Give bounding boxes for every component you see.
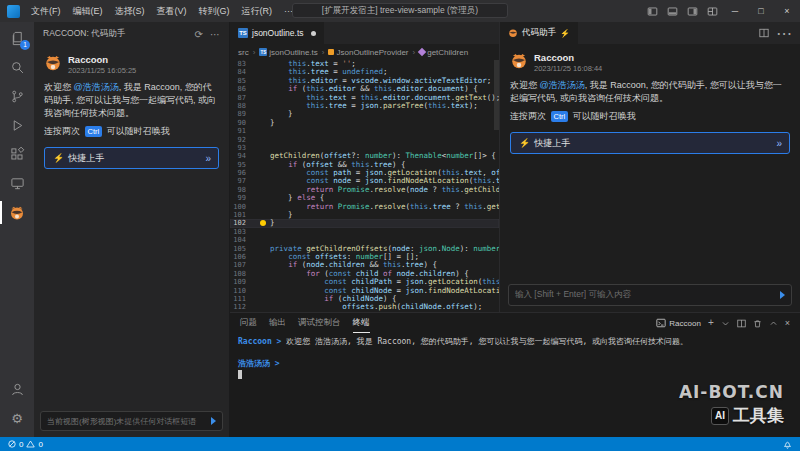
code-line-94[interactable]: 94 getChildren(offset?: number): Thenabl… xyxy=(230,152,499,160)
code-token xyxy=(252,245,270,253)
breadcrumb-item[interactable]: JsonOutlineProvider xyxy=(328,48,408,57)
breadcrumb-item[interactable]: TSjsonOutline.ts xyxy=(259,48,317,57)
code-line-105[interactable]: 105 private getChildrenOffsets(node: jso… xyxy=(230,245,499,253)
close-button[interactable]: × xyxy=(774,0,800,22)
search-icon[interactable] xyxy=(0,53,34,82)
menu-edit[interactable]: 编辑(E) xyxy=(67,0,109,22)
refresh-icon[interactable]: ⟳ xyxy=(195,29,203,40)
source-control-icon[interactable] xyxy=(0,82,34,111)
maximize-panel-icon[interactable] xyxy=(769,319,778,328)
code-token: offset xyxy=(306,161,333,169)
quick-start-button[interactable]: ⚡快捷上手 » xyxy=(510,132,790,154)
code-line-108[interactable]: 108 for (const child of node.children) { xyxy=(230,270,499,278)
status-bar: 0 0 xyxy=(0,437,800,451)
menu-view[interactable]: 查看(V) xyxy=(151,0,193,22)
code-line-112[interactable]: 112 offsets.push(childNode.offset); xyxy=(230,303,499,311)
code-line-110[interactable]: 110 const childNode = json.findNodeAtLoc… xyxy=(230,287,499,295)
toggle-secondary-sidebar-icon[interactable] xyxy=(682,0,702,22)
code-line-103[interactable]: 103 xyxy=(230,228,499,236)
code-line-104[interactable]: 104 xyxy=(230,236,499,244)
tab-assistant[interactable]: 代码助手 ⚡ xyxy=(500,22,579,44)
sidebar-chat-input[interactable]: 当前视图(树形视图)未提供任何对话框短语 xyxy=(40,411,223,431)
code-area[interactable]: 83 this.text = '';84 this.tree = undefin… xyxy=(230,60,499,312)
send-icon[interactable] xyxy=(211,417,216,425)
code-line-95[interactable]: 95 if (offset && this.tree) { xyxy=(230,161,499,169)
tab-problems[interactable]: 问题 xyxy=(240,313,257,333)
menu-file[interactable]: 文件(F) xyxy=(25,0,67,22)
toggle-panel-icon[interactable] xyxy=(662,0,682,22)
more-actions-icon[interactable]: ⋯ xyxy=(210,29,220,40)
chevron-down-icon[interactable] xyxy=(721,319,730,328)
command-center[interactable]: [扩展开发宿主] tree-view-sample (管理员) xyxy=(292,3,508,18)
code-token xyxy=(252,94,306,102)
tab-jsonoutline[interactable]: TS jsonOutline.ts xyxy=(230,22,325,44)
extensions-icon[interactable] xyxy=(0,140,34,169)
code-line-100[interactable]: 100 return Promise.resolve(this.tree ? t… xyxy=(230,203,499,211)
code-line-92[interactable]: 92 xyxy=(230,136,499,144)
code-line-90[interactable]: 90 } xyxy=(230,119,499,127)
code-line-99[interactable]: 99 } else { xyxy=(230,194,499,202)
terminal-output[interactable]: Raccoon > 欢迎您 浩浩汤汤, 我是 Raccoon, 您的代码助手, … xyxy=(230,333,800,437)
code-line-88[interactable]: 88 this.tree = json.parseTree(this.text)… xyxy=(230,102,499,110)
code-line-84[interactable]: 84 this.tree = undefined; xyxy=(230,68,499,76)
account-icon[interactable] xyxy=(0,375,34,404)
menu-selection[interactable]: 选择(S) xyxy=(109,0,151,22)
code-line-83[interactable]: 83 this.text = ''; xyxy=(230,60,499,68)
new-terminal-icon[interactable]: + xyxy=(708,318,714,328)
code-token: childPath xyxy=(351,278,392,286)
quick-start-button[interactable]: ⚡快捷上手 » xyxy=(44,147,219,169)
code-line-109[interactable]: 109 const childPath = json.getLocation(t… xyxy=(230,278,499,286)
code-line-87[interactable]: 87 this.text = this.editor.document.getT… xyxy=(230,94,499,102)
line-number: 103 xyxy=(230,228,252,236)
method-symbol-icon xyxy=(418,48,426,56)
split-editor-icon[interactable] xyxy=(759,28,769,38)
code-line-107[interactable]: 107 if (node.children && this.tree) { xyxy=(230,261,499,269)
code-line-106[interactable]: 106 const offsets: number[] = []; xyxy=(230,253,499,261)
code-line-97[interactable]: 97 const node = json.findNodeAtLocation(… xyxy=(230,177,499,185)
code-token: json xyxy=(406,278,424,286)
settings-gear-icon[interactable]: ⚙ xyxy=(0,404,34,433)
code-line-102[interactable]: 102 } xyxy=(230,219,499,227)
tab-output[interactable]: 输出 xyxy=(269,313,286,333)
code-line-93[interactable]: 93 xyxy=(230,144,499,152)
code-line-85[interactable]: 85 this.editor = vscode.window.activeTex… xyxy=(230,77,499,85)
code-line-101[interactable]: 101 } xyxy=(230,211,499,219)
tab-debug-console[interactable]: 调试控制台 xyxy=(298,313,341,333)
explorer-icon[interactable]: 1 xyxy=(0,24,34,53)
breadcrumb-item[interactable]: src xyxy=(238,48,249,57)
code-token: offset xyxy=(491,169,499,177)
menu-run[interactable]: 运行(R) xyxy=(236,0,279,22)
bell-icon[interactable] xyxy=(783,440,792,449)
toggle-sidebar-icon[interactable] xyxy=(642,0,662,22)
code-line-91[interactable]: 91 xyxy=(230,127,499,135)
code-line-89[interactable]: 89 } xyxy=(230,110,499,118)
code-line-98[interactable]: 98 return Promise.resolve(node ? this.ge… xyxy=(230,186,499,194)
customize-layout-icon[interactable] xyxy=(702,0,722,22)
code-line-96[interactable]: 96 const path = json.getLocation(this.te… xyxy=(230,169,499,177)
run-debug-icon[interactable] xyxy=(0,111,34,140)
code-line-86[interactable]: 86 if (this.editor && this.editor.docume… xyxy=(230,85,499,93)
modified-dot-icon[interactable] xyxy=(311,31,316,36)
code-token: = xyxy=(351,169,365,177)
breadcrumb-item[interactable]: getChildren xyxy=(419,48,468,57)
editor-and-panel: TS jsonOutline.ts src›TSjsonOutline.ts›J… xyxy=(230,22,800,437)
send-icon[interactable] xyxy=(780,291,785,299)
split-terminal-icon[interactable] xyxy=(737,319,746,328)
tab-terminal[interactable]: 终端 xyxy=(353,313,370,333)
close-panel-icon[interactable]: × xyxy=(785,318,790,328)
terminal-prompt: Raccoon > xyxy=(238,337,286,346)
assistant-chat-input[interactable]: 输入 [Shift + Enter] 可输入内容 xyxy=(508,284,792,306)
remote-explorer-icon[interactable] xyxy=(0,169,34,198)
code-token: , xyxy=(482,169,491,177)
hint-text-pre: 连按两次 xyxy=(510,111,549,121)
code-text: if (childNode) { xyxy=(252,295,499,303)
more-actions-icon[interactable]: ⋯ xyxy=(776,24,792,43)
code-line-111[interactable]: 111 if (childNode) { xyxy=(230,295,499,303)
menu-go[interactable]: 转到(G) xyxy=(193,0,236,22)
terminal-instance[interactable]: Raccoon xyxy=(656,318,701,328)
problems-status[interactable]: 0 0 xyxy=(8,440,43,449)
maximize-button[interactable]: □ xyxy=(748,0,774,22)
kill-terminal-icon[interactable] xyxy=(753,319,762,328)
raccoon-assistant-icon[interactable] xyxy=(0,198,34,227)
minimize-button[interactable]: ─ xyxy=(722,0,748,22)
